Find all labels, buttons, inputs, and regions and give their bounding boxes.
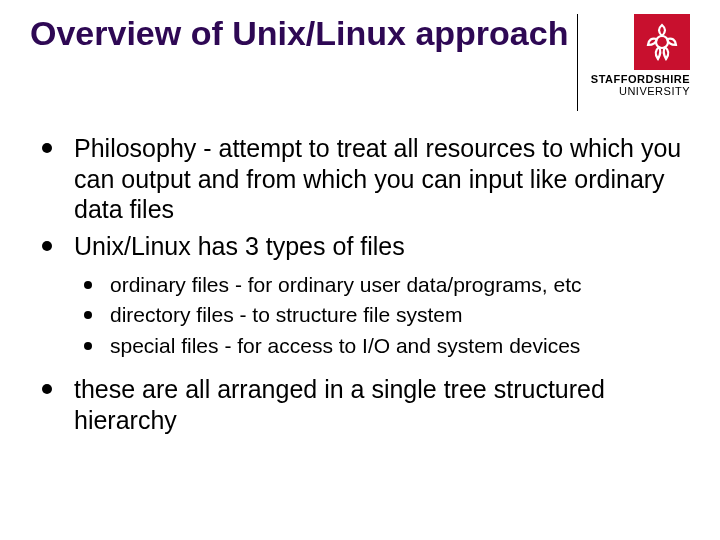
list-item: directory files - to structure file syst… xyxy=(74,301,690,329)
sub-bullet-list: ordinary files - for ordinary user data/… xyxy=(74,271,690,360)
list-item: ordinary files - for ordinary user data/… xyxy=(74,271,690,299)
content-area: Philosophy - attempt to treat all resour… xyxy=(30,133,690,435)
list-item: Unix/Linux has 3 types of files ordinary… xyxy=(36,231,690,361)
list-item: Philosophy - attempt to treat all resour… xyxy=(36,133,690,225)
header-row: Overview of Unix/Linux approach STAFFORD… xyxy=(30,14,690,97)
bullet-text: these are all arranged in a single tree … xyxy=(74,375,605,434)
logo-line2: UNIVERSITY xyxy=(591,86,690,98)
university-logo: STAFFORDSHIRE UNIVERSITY xyxy=(591,14,690,97)
list-item: these are all arranged in a single tree … xyxy=(36,374,690,435)
svg-point-0 xyxy=(656,36,668,48)
bullet-text: special files - for access to I/O and sy… xyxy=(110,334,580,357)
logo-separator xyxy=(577,14,578,111)
list-item: special files - for access to I/O and sy… xyxy=(74,332,690,360)
bullet-text: Philosophy - attempt to treat all resour… xyxy=(74,134,681,223)
logo-emblem-icon xyxy=(634,14,690,70)
slide-title: Overview of Unix/Linux approach xyxy=(30,14,581,53)
bullet-text: directory files - to structure file syst… xyxy=(110,303,462,326)
bullet-list: Philosophy - attempt to treat all resour… xyxy=(36,133,690,435)
bullet-text: ordinary files - for ordinary user data/… xyxy=(110,273,582,296)
bullet-text: Unix/Linux has 3 types of files xyxy=(74,232,405,260)
logo-line1: STAFFORDSHIRE xyxy=(591,74,690,86)
slide: Overview of Unix/Linux approach STAFFORD… xyxy=(0,0,720,540)
logo-text: STAFFORDSHIRE UNIVERSITY xyxy=(591,74,690,97)
